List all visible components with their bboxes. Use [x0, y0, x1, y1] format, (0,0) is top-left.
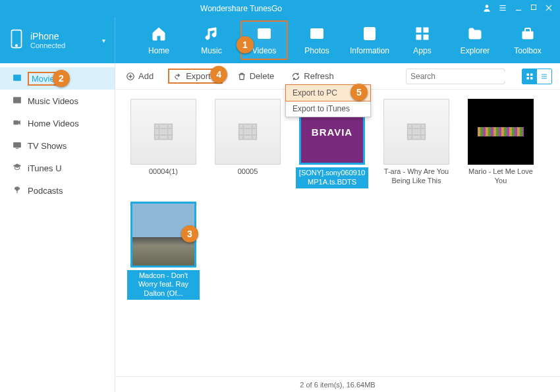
- svg-rect-28: [14, 121, 18, 125]
- svg-rect-24: [14, 74, 21, 80]
- add-button[interactable]: Add: [123, 69, 156, 83]
- maximize-icon[interactable]: [530, 3, 538, 14]
- nav-photos[interactable]: Photos: [293, 20, 341, 60]
- svg-rect-20: [416, 28, 421, 32]
- video-label: Mario - Let Me Love You: [464, 167, 537, 186]
- view-toggle: [522, 69, 552, 84]
- bravia-text: BRAVIA: [312, 126, 352, 138]
- sidebar-item-podcasts[interactable]: Podcasts: [0, 179, 115, 202]
- music-video-icon: [12, 96, 22, 107]
- video-tile[interactable]: Mario - Let Me Love You: [464, 99, 537, 188]
- nav-label: Videos: [252, 46, 276, 55]
- graduation-icon: [12, 163, 22, 174]
- search-input[interactable]: [410, 72, 509, 81]
- svg-rect-23: [424, 35, 428, 40]
- export-menu: Export to PC 5 Export to iTunes: [285, 84, 371, 117]
- refresh-icon: [291, 72, 300, 81]
- svg-point-9: [16, 45, 18, 47]
- camcorder-icon: [12, 118, 22, 129]
- sidebar-item-label: Podcasts: [28, 186, 63, 196]
- export-label: Export: [186, 71, 211, 81]
- apps-icon: [413, 26, 432, 43]
- menu-item-label: Export to PC: [293, 88, 337, 98]
- callout-3: 3: [181, 225, 198, 242]
- titlebar: Wondershare TunesGo: [0, 0, 560, 17]
- nav-label: Home: [148, 46, 169, 55]
- device-selector[interactable]: iPhone Connected ▾: [0, 17, 115, 63]
- video-tile[interactable]: Madcon - Don't Worry feat. Ray Dalton (O…: [127, 202, 200, 300]
- minimize-icon[interactable]: [514, 3, 523, 14]
- video-label: [SONY].sony060910MP1A.ts.BDTS: [296, 167, 368, 188]
- svg-rect-50: [239, 124, 257, 139]
- menu-item-label: Export to iTunes: [293, 104, 350, 113]
- toolbox-icon: [518, 26, 537, 43]
- nav-explorer[interactable]: Explorer: [451, 20, 499, 60]
- app-title: Wondershare TunesGo: [0, 4, 482, 13]
- top-nav: iPhone Connected ▾ Home Music Videos 1 P…: [0, 17, 560, 63]
- device-status: Connected: [30, 42, 65, 49]
- sidebar-item-label: TV Shows: [28, 141, 67, 151]
- menu-icon[interactable]: [498, 3, 507, 14]
- video-tile[interactable]: T-ara - Why Are You Being Like This: [380, 99, 453, 188]
- svg-rect-5: [532, 5, 536, 9]
- close-icon[interactable]: [544, 3, 553, 14]
- nav-home[interactable]: Home: [135, 20, 182, 60]
- sidebar: Movies 2 Music Videos Home Videos TV Sho…: [0, 63, 115, 392]
- video-label: 00005: [211, 167, 284, 177]
- video-thumbnail: [130, 99, 196, 165]
- export-icon: [173, 72, 182, 81]
- list-view-button[interactable]: [537, 69, 551, 84]
- plus-icon: [126, 72, 135, 81]
- photos-icon: [308, 26, 326, 43]
- nav-videos[interactable]: Videos 1: [240, 20, 288, 60]
- nav-label: Apps: [413, 46, 431, 55]
- export-to-itunes[interactable]: Export to iTunes: [286, 101, 370, 117]
- trash-icon: [237, 72, 246, 81]
- nav-label: Toolbox: [514, 46, 541, 55]
- export-button[interactable]: Export ▾ 4: [168, 69, 223, 84]
- nav-label: Music: [201, 46, 221, 55]
- delete-button[interactable]: Delete: [235, 69, 277, 83]
- nav-music[interactable]: Music: [188, 20, 235, 60]
- nav-apps[interactable]: Apps: [399, 20, 446, 60]
- video-tile[interactable]: 00004(1): [127, 99, 200, 188]
- callout-2: 2: [53, 70, 70, 87]
- svg-rect-45: [155, 124, 173, 139]
- nav-label: Information: [350, 46, 389, 55]
- sidebar-item-label: iTunes U: [28, 163, 62, 173]
- svg-rect-29: [14, 142, 21, 147]
- sidebar-item-label: Music Videos: [28, 96, 78, 106]
- chevron-down-icon: ▾: [102, 37, 105, 44]
- sidebar-item-music-videos[interactable]: Music Videos: [0, 90, 115, 112]
- sidebar-item-tv-shows[interactable]: TV Shows: [0, 134, 115, 157]
- phone-icon: [9, 29, 24, 51]
- svg-rect-55: [408, 124, 426, 139]
- add-label: Add: [138, 71, 154, 81]
- sidebar-item-label: Home Videos: [28, 119, 79, 128]
- export-to-pc[interactable]: Export to PC 5: [285, 84, 371, 101]
- grid-view-button[interactable]: [522, 69, 537, 84]
- svg-rect-41: [530, 77, 533, 80]
- nav-label: Explorer: [461, 46, 490, 55]
- user-icon[interactable]: [482, 3, 491, 14]
- sidebar-item-movies[interactable]: Movies 2: [0, 67, 115, 90]
- home-icon: [150, 26, 168, 43]
- video-label: Madcon - Don't Worry feat. Ray Dalton (O…: [127, 270, 200, 300]
- explorer-icon: [466, 26, 484, 43]
- nav-information[interactable]: Information: [346, 20, 393, 60]
- svg-rect-21: [424, 28, 428, 32]
- video-tile[interactable]: 00005: [211, 99, 284, 188]
- sidebar-item-itunes-u[interactable]: iTunes U: [0, 157, 115, 179]
- svg-rect-39: [530, 73, 533, 76]
- search-box[interactable]: [406, 69, 505, 84]
- videos-icon: [255, 26, 273, 43]
- main-panel: Add Export ▾ 4 Delete Refresh: [115, 63, 560, 392]
- nav-toolbox[interactable]: Toolbox: [504, 20, 551, 60]
- svg-point-0: [486, 5, 489, 8]
- sidebar-item-home-videos[interactable]: Home Videos: [0, 112, 115, 134]
- information-icon: [360, 26, 379, 43]
- svg-rect-22: [416, 35, 421, 40]
- video-thumbnail: [383, 99, 449, 165]
- video-thumbnail: [215, 99, 281, 165]
- refresh-button[interactable]: Refresh: [289, 69, 337, 83]
